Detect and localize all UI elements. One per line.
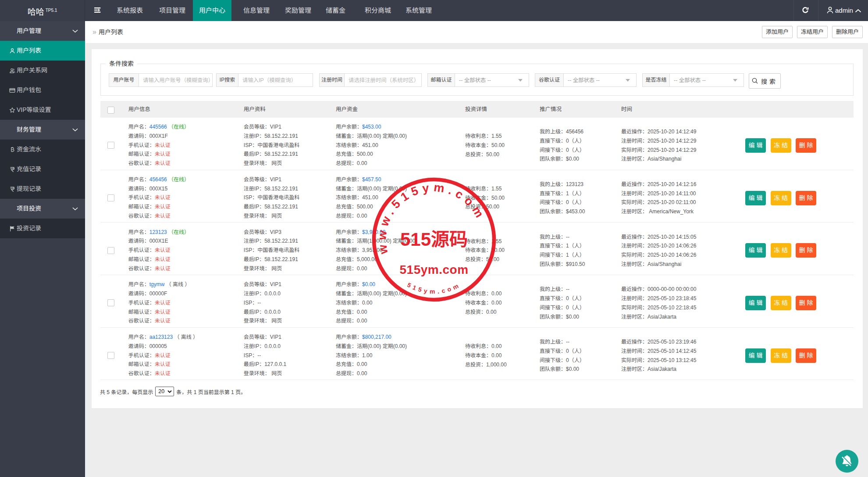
svg-text:515ym.com: 515ym.com	[406, 281, 462, 295]
svg-text:515源码: 515源码	[400, 229, 468, 250]
svg-text:515ym.com: 515ym.com	[399, 263, 468, 276]
